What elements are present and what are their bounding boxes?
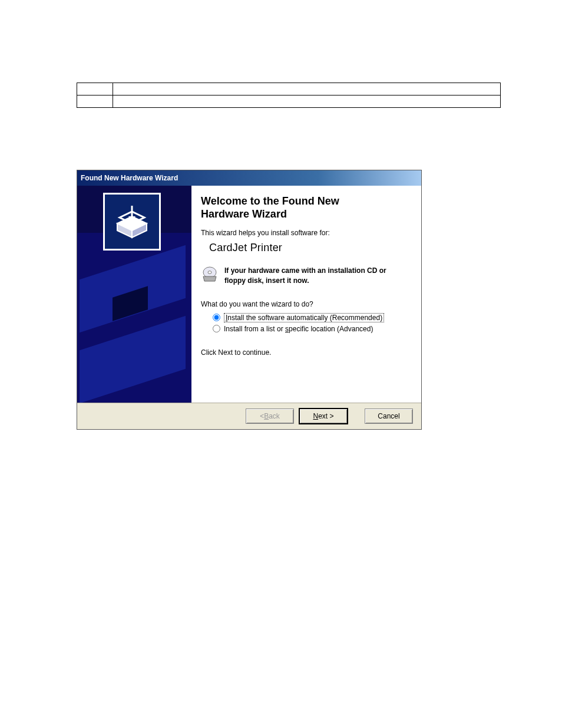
- svg-point-7: [208, 271, 211, 274]
- click-next-text: Click Next to continue.: [201, 348, 409, 357]
- wizard-prompt: What do you want the wizard to do?: [201, 300, 409, 308]
- table-cell: [77, 95, 113, 108]
- cd-insert-message: If your hardware came with an installati…: [224, 266, 409, 286]
- wizard-intro-text: This wizard helps you install software f…: [201, 229, 409, 237]
- option-install-from-list[interactable]: Install from a list or specific location…: [213, 325, 409, 333]
- table-cell: [77, 83, 113, 95]
- device-name: CardJet Printer: [209, 242, 409, 254]
- option-install-automatically[interactable]: Install the software automatically (Reco…: [213, 313, 409, 322]
- dialog-title: Found New Hardware Wizard: [81, 174, 178, 182]
- cancel-button[interactable]: Cancel: [365, 409, 413, 424]
- table-cell: [113, 83, 501, 95]
- instruction-table: [77, 83, 501, 108]
- wizard-heading: Welcome to the Found New Hardware Wizard: [201, 195, 409, 220]
- table-row: [77, 83, 501, 95]
- hardware-icon: [103, 193, 161, 251]
- table-row: [77, 95, 501, 108]
- wizard-content: Welcome to the Found New Hardware Wizard…: [191, 186, 421, 403]
- cd-icon: [201, 266, 219, 285]
- radio-install-from-list[interactable]: [213, 325, 220, 332]
- wizard-sidebar-graphic: [77, 186, 191, 403]
- found-new-hardware-wizard-dialog: Found New Hardware Wizard: [77, 170, 422, 430]
- radio-install-automatically[interactable]: [213, 314, 220, 321]
- dialog-titlebar[interactable]: Found New Hardware Wizard: [77, 170, 421, 186]
- back-button: < Back: [246, 409, 294, 424]
- next-button[interactable]: Next >: [299, 408, 348, 424]
- wizard-button-bar: < Back Next > Cancel: [77, 403, 421, 429]
- table-cell: [113, 95, 501, 108]
